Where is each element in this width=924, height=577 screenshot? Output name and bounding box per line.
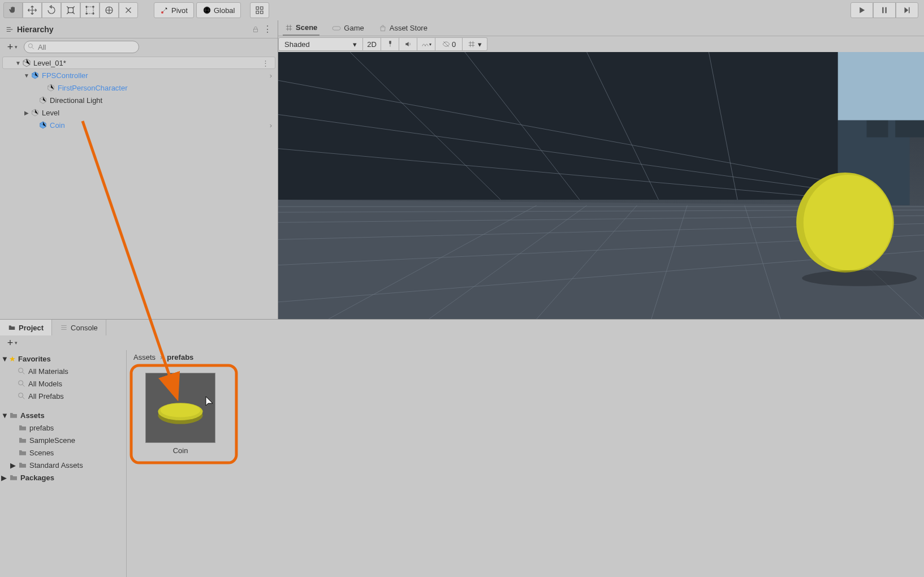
svg-rect-12 <box>256 11 259 14</box>
svg-rect-14 <box>882 7 883 14</box>
asset-item-coin[interactable]: Coin <box>144 373 217 455</box>
scene-panel: Scene Game Asset Store Shaded ▾ 2D <box>278 20 924 319</box>
folder-icon <box>18 460 27 470</box>
transform-tools <box>3 2 138 18</box>
svg-point-46 <box>804 175 892 270</box>
packages-header[interactable]: ▶ Packages <box>0 471 126 484</box>
pivot-icon <box>160 6 169 15</box>
scale-tool[interactable] <box>61 2 80 18</box>
global-toggle[interactable]: Global <box>196 2 241 18</box>
favorite-item[interactable]: All Materials <box>0 365 126 377</box>
folder-icon <box>18 448 27 457</box>
rect-tool[interactable] <box>80 2 100 18</box>
scene-toolbar: Shaded ▾ 2D ▾ 0 ▾ <box>278 36 924 52</box>
gizmo-dropdown[interactable]: ▾ <box>463 37 487 51</box>
hierarchy-search-input[interactable] <box>24 41 139 53</box>
assets-header[interactable]: ▼ Assets <box>0 409 126 421</box>
unity-scene-icon <box>22 58 31 67</box>
hierarchy-header: Hierarchy ⋮ <box>0 20 278 38</box>
hierarchy-panel: Hierarchy ⋮ + ▼ Level_01* ⋮ <box>0 20 278 319</box>
folder-icon <box>8 324 16 331</box>
favorites-header[interactable]: ▼ ★ Favorites <box>0 352 126 365</box>
folder-icon <box>18 436 27 445</box>
prefab-cube-icon <box>31 71 40 80</box>
create-dropdown[interactable]: + <box>5 41 20 53</box>
breadcrumb-segment[interactable]: prefabs <box>167 353 193 361</box>
hidden-objects[interactable]: 0 <box>435 37 463 51</box>
bag-icon <box>379 24 387 32</box>
tab-asset-store[interactable]: Asset Store <box>377 20 430 36</box>
folder-item[interactable]: prefabs <box>0 421 126 434</box>
pause-button[interactable] <box>873 2 896 18</box>
tab-console[interactable]: Console <box>52 320 106 335</box>
scene-viewport[interactable] <box>278 52 924 319</box>
folder-icon <box>9 473 18 482</box>
step-button[interactable] <box>896 2 918 18</box>
chevron-right-icon[interactable]: › <box>270 121 272 130</box>
play-button[interactable] <box>850 2 873 18</box>
svg-point-18 <box>28 44 32 48</box>
folder-item[interactable]: Scenes <box>0 446 126 459</box>
svg-rect-19 <box>333 26 340 29</box>
tab-project[interactable]: Project <box>0 320 52 335</box>
search-icon <box>17 367 26 376</box>
favorite-item[interactable]: All Models <box>0 377 126 390</box>
pivot-label: Pivot <box>171 6 188 15</box>
search-icon <box>17 391 26 401</box>
hand-tool[interactable] <box>3 2 23 18</box>
search-icon <box>27 42 35 50</box>
lighting-toggle[interactable] <box>381 37 399 51</box>
rotate-tool[interactable] <box>42 2 61 18</box>
chevron-right-icon[interactable]: › <box>270 71 272 80</box>
fx-toggle[interactable]: ▾ <box>417 37 435 51</box>
svg-rect-17 <box>254 29 258 32</box>
scene-name: Level_01* <box>33 59 66 67</box>
asset-grid[interactable]: Coin <box>127 364 924 577</box>
pivot-toggle[interactable]: Pivot <box>154 2 194 18</box>
custom-tool[interactable] <box>119 2 138 18</box>
lock-icon[interactable] <box>252 25 260 33</box>
scene-tabs: Scene Game Asset Store <box>278 20 924 36</box>
hierarchy-item-directional-light[interactable]: Directional Light <box>0 94 278 106</box>
svg-point-48 <box>19 368 23 373</box>
folder-item[interactable]: ▶ Standard Assets <box>0 459 126 471</box>
search-icon <box>17 379 26 388</box>
scene-menu-icon[interactable]: ⋮ <box>262 59 269 67</box>
gamepad-icon <box>332 24 341 32</box>
hierarchy-item-level[interactable]: ▶ Level <box>0 106 278 119</box>
gizmo-grid-icon <box>468 40 476 48</box>
play-controls <box>850 2 918 18</box>
project-create-dropdown[interactable]: + <box>5 337 20 349</box>
svg-point-53 <box>161 403 200 417</box>
global-label: Global <box>214 6 235 15</box>
breadcrumb-segment[interactable]: Assets <box>133 353 156 361</box>
favorite-item[interactable]: All Prefabs <box>0 390 126 402</box>
project-panel: Project Console + ▼ ★ Favorites All Mate… <box>0 319 924 577</box>
grid-icon <box>285 24 293 32</box>
snap-toggle[interactable] <box>250 2 269 18</box>
move-tool[interactable] <box>23 2 42 18</box>
eye-off-icon <box>442 40 451 48</box>
top-toolbar: Pivot Global <box>0 0 924 20</box>
shading-dropdown[interactable]: Shaded ▾ <box>278 37 363 51</box>
svg-rect-1 <box>87 7 93 14</box>
2d-toggle[interactable]: 2D <box>363 37 381 51</box>
transform-tool[interactable] <box>100 2 119 18</box>
svg-rect-13 <box>261 11 264 14</box>
console-icon <box>60 324 68 331</box>
tab-game[interactable]: Game <box>330 20 366 36</box>
tab-scene[interactable]: Scene <box>283 20 319 36</box>
svg-rect-15 <box>886 7 887 14</box>
project-tree: ▼ ★ Favorites All Materials All Models A… <box>0 350 127 577</box>
hierarchy-item-coin[interactable]: Coin › <box>0 119 278 131</box>
scene-row[interactable]: ▼ Level_01* ⋮ <box>2 57 275 69</box>
svg-point-47 <box>802 270 917 286</box>
svg-point-3 <box>93 6 94 7</box>
hierarchy-item-firstpersoncharacter[interactable]: FirstPersonCharacter <box>0 81 278 94</box>
folder-item[interactable]: SampleScene <box>0 434 126 446</box>
gameobject-cube-icon <box>31 108 40 117</box>
hierarchy-item-fpscontroller[interactable]: ▼ FPSController › <box>0 69 278 81</box>
panel-menu-icon[interactable]: ⋮ <box>263 24 272 35</box>
audio-toggle[interactable] <box>399 37 417 51</box>
chevron-right-icon: › <box>160 353 162 361</box>
